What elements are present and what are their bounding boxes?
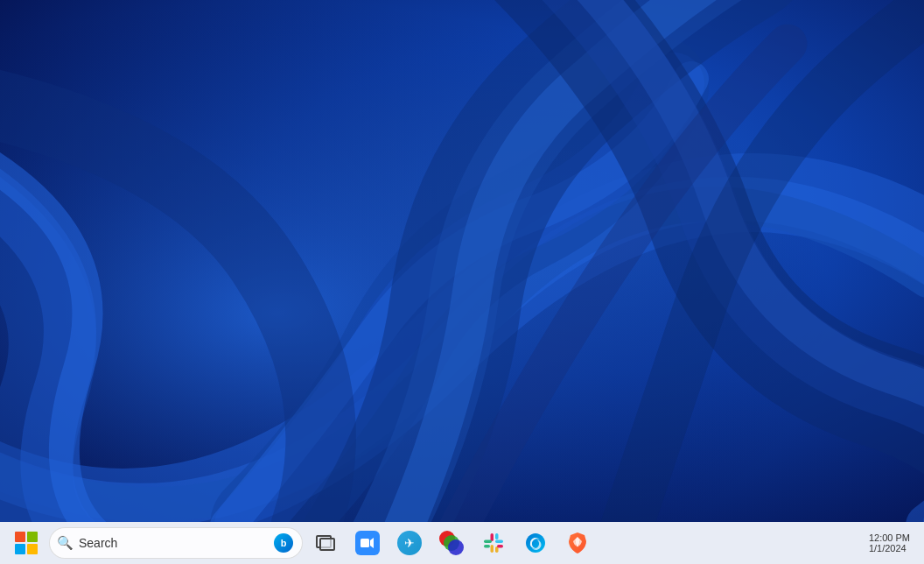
task-view-button[interactable] — [306, 524, 345, 562]
start-button[interactable] — [7, 524, 46, 562]
edge-button[interactable] — [516, 524, 555, 562]
telegram-icon: ✈ — [397, 531, 422, 555]
slack-icon — [481, 531, 506, 555]
svg-rect-7 — [495, 540, 503, 544]
svg-marker-3 — [370, 538, 374, 548]
taskbar: 🔍 Search b ✈ — [0, 522, 924, 564]
svg-rect-9 — [484, 545, 490, 548]
search-icon: 🔍 — [57, 535, 74, 551]
svg-rect-5 — [491, 545, 494, 553]
search-text: Search — [79, 536, 269, 550]
clock[interactable]: 12:00 PM1/1/2024 — [869, 532, 910, 553]
brave-button[interactable] — [558, 524, 597, 562]
windows-logo-icon — [15, 532, 38, 554]
bing-logo-icon: b — [274, 533, 293, 553]
task-view-icon — [316, 535, 335, 551]
telegram-button[interactable]: ✈ — [390, 524, 429, 562]
dolby-icon — [439, 531, 464, 555]
zoom-icon — [355, 531, 380, 555]
search-bar[interactable]: 🔍 Search b — [49, 527, 303, 559]
svg-rect-2 — [360, 539, 369, 547]
dolby-button[interactable] — [432, 524, 471, 562]
system-tray: 12:00 PM1/1/2024 — [869, 532, 917, 553]
edge-icon — [523, 531, 548, 555]
svg-rect-6 — [484, 540, 492, 544]
desktop — [0, 0, 924, 522]
zoom-button[interactable] — [348, 524, 387, 562]
svg-rect-11 — [497, 545, 503, 548]
slack-button[interactable] — [474, 524, 513, 562]
svg-rect-8 — [495, 533, 499, 539]
svg-rect-4 — [491, 533, 494, 541]
brave-icon — [565, 531, 590, 555]
